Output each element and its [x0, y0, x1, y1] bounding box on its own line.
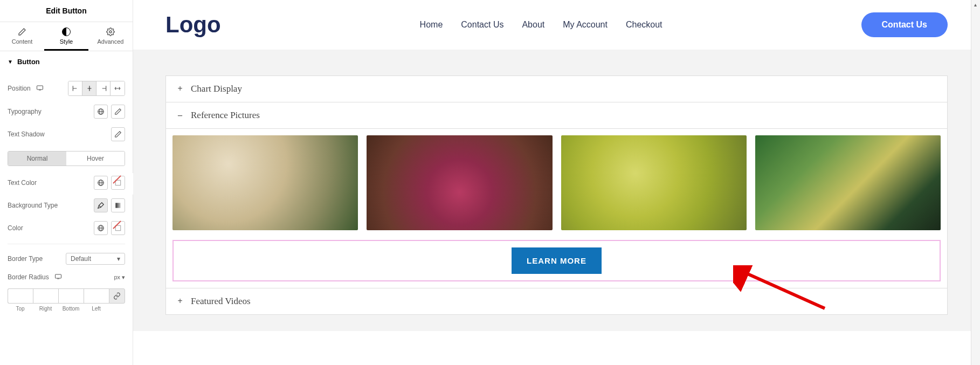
section-button[interactable]: ▼ Button	[0, 51, 133, 72]
tab-normal[interactable]: Normal	[8, 151, 66, 166]
bg-classic-button[interactable]	[94, 198, 108, 212]
label-text-color: Text Color	[8, 179, 37, 187]
responsive-icon[interactable]	[55, 273, 61, 281]
unit-select[interactable]: px ▾	[114, 274, 125, 281]
align-right-button[interactable]	[96, 81, 111, 95]
typography-edit-button[interactable]	[111, 105, 125, 119]
accordion-header-chart-display[interactable]: + Chart Display	[166, 76, 947, 102]
brush-icon	[97, 202, 105, 209]
radius-bottom-input[interactable]	[58, 288, 84, 304]
row-border-type: Border Type Default ▾	[8, 249, 125, 269]
pencil-icon	[18, 27, 26, 36]
content-area: + Chart Display – Reference Pictures	[133, 50, 980, 331]
accordion-header-featured-videos[interactable]: + Featured Videos	[166, 288, 947, 314]
svg-rect-17	[115, 203, 120, 208]
divider	[8, 244, 125, 244]
accordion: + Chart Display – Reference Pictures	[165, 75, 948, 315]
svg-rect-16	[115, 180, 120, 185]
editor-sidebar: Edit Button Content Style Advanced ▼ But…	[0, 0, 133, 365]
align-stretch-button[interactable]	[111, 81, 125, 95]
nav-about[interactable]: About	[522, 20, 544, 30]
border-radius-inputs: Top Right Bottom Left	[8, 288, 125, 312]
button-widget-selected[interactable]: LEARN MORE	[172, 240, 941, 281]
row-position: Position	[8, 77, 125, 100]
chevron-down-icon: ▾	[117, 255, 120, 263]
border-type-select[interactable]: Default ▾	[66, 253, 125, 265]
row-bg-type: Background Type	[8, 194, 125, 217]
preview-scrollbar[interactable]: ▴	[971, 0, 980, 365]
label-typography: Typography	[8, 108, 42, 115]
sidebar-tabs: Content Style Advanced	[0, 22, 133, 51]
color-none-icon	[114, 179, 122, 187]
link-values-button[interactable]	[109, 288, 125, 304]
text-shadow-edit-button[interactable]	[111, 127, 125, 141]
globe-icon	[97, 108, 105, 115]
radius-left-input[interactable]	[84, 288, 109, 304]
row-color: Color	[8, 217, 125, 239]
link-icon	[113, 292, 121, 300]
logo[interactable]: Logo	[165, 12, 221, 38]
state-tabs: Normal Hover	[8, 151, 125, 166]
row-border-radius: Border Radius px ▾	[8, 269, 125, 285]
color-global-button[interactable]	[94, 221, 108, 235]
learn-more-button[interactable]: LEARN MORE	[512, 247, 602, 274]
svg-rect-23	[57, 279, 59, 279]
sidebar-title: Edit Button	[0, 0, 133, 22]
nav-checkout[interactable]: Checkout	[626, 20, 662, 30]
scroll-up-icon: ▴	[971, 0, 980, 9]
gallery-image-2[interactable]	[367, 135, 552, 230]
svg-rect-21	[115, 225, 120, 230]
typography-global-button[interactable]	[94, 105, 108, 119]
image-gallery	[172, 135, 941, 230]
svg-point-0	[109, 31, 112, 33]
radius-top-input[interactable]	[8, 288, 33, 304]
gallery-image-4[interactable]	[755, 135, 941, 230]
nav-contact-us[interactable]: Contact Us	[461, 20, 503, 30]
gradient-icon	[114, 202, 122, 209]
svg-rect-1	[37, 86, 43, 89]
row-text-color: Text Color	[8, 171, 125, 194]
style-icon	[62, 27, 71, 36]
nav-my-account[interactable]: My Account	[563, 20, 608, 30]
nav-home[interactable]: Home	[420, 20, 443, 30]
plus-icon: +	[176, 297, 184, 306]
panel-body: Position Typography	[0, 72, 133, 365]
accordion-item-chart-display: + Chart Display	[166, 76, 947, 102]
color-none-icon	[114, 224, 122, 232]
minus-icon: –	[176, 111, 184, 120]
contact-us-button[interactable]: Contact Us	[861, 12, 948, 37]
plus-icon: +	[176, 84, 184, 94]
tab-advanced[interactable]: Advanced	[88, 22, 133, 51]
text-color-picker-button[interactable]	[111, 176, 125, 190]
color-picker-button[interactable]	[111, 221, 125, 235]
label-border-type: Border Type	[8, 255, 43, 263]
label-text-shadow: Text Shadow	[8, 130, 45, 138]
row-text-shadow: Text Shadow	[8, 123, 125, 146]
align-left-button[interactable]	[68, 81, 82, 95]
tab-hover[interactable]: Hover	[66, 151, 125, 166]
chevron-down-icon: ▾	[122, 274, 125, 281]
accordion-item-reference-pictures: – Reference Pictures LEARN MORE	[166, 102, 947, 288]
main-nav: Home Contact Us About My Account Checkou…	[420, 20, 662, 30]
bg-gradient-button[interactable]	[111, 198, 125, 212]
globe-icon	[97, 224, 105, 232]
label-border-radius: Border Radius	[8, 273, 61, 281]
text-color-global-button[interactable]	[94, 176, 108, 190]
accordion-body-reference-pictures: LEARN MORE	[166, 128, 947, 288]
svg-rect-22	[56, 274, 61, 278]
gallery-image-3[interactable]	[561, 135, 747, 230]
gallery-image-1[interactable]	[172, 135, 358, 230]
pencil-icon	[114, 130, 122, 138]
accordion-item-featured-videos: + Featured Videos	[166, 288, 947, 314]
caret-down-icon: ▼	[8, 59, 13, 65]
position-buttons	[68, 81, 125, 96]
pencil-icon	[114, 108, 122, 115]
row-typography: Typography	[8, 100, 125, 123]
align-center-button[interactable]	[82, 81, 96, 95]
tab-content[interactable]: Content	[0, 22, 44, 51]
svg-rect-2	[39, 90, 41, 91]
radius-right-input[interactable]	[33, 288, 58, 304]
accordion-header-reference-pictures[interactable]: – Reference Pictures	[166, 102, 947, 128]
responsive-icon[interactable]	[37, 85, 43, 92]
tab-style[interactable]: Style	[44, 22, 88, 51]
